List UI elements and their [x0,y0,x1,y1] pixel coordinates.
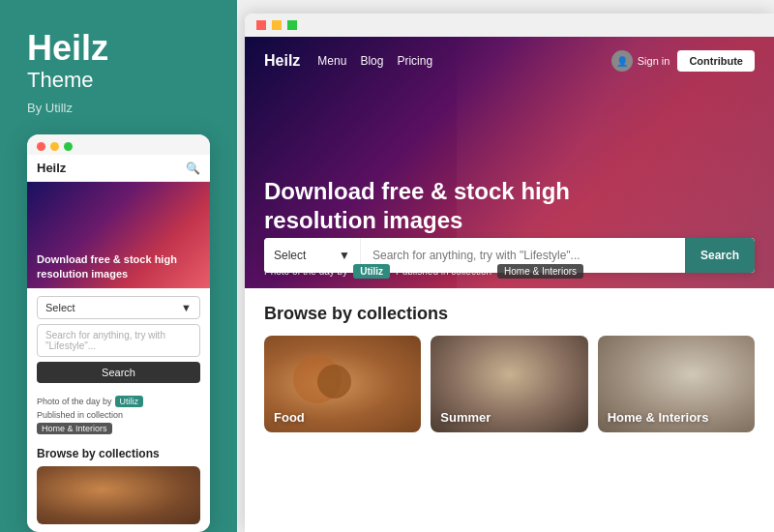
nav-logo: Heilz [264,52,300,70]
mobile-nav-logo: Heilz [37,161,66,175]
mobile-photo-tags: Photo of the day by Utiliz Published in … [27,391,210,439]
collection-card-food[interactable]: Food [264,336,421,432]
signin-label: Sign in [638,55,670,67]
window-dots [27,134,210,155]
mobile-hero: Download free & stock high resolution im… [27,182,210,288]
site-nav: Heilz Menu Blog Pricing 👤 Sign in Contri… [245,37,774,85]
nav-link-blog[interactable]: Blog [360,54,383,68]
mobile-tags-prefix: Photo of the day by [37,397,112,406]
by-line: By Utillz [27,101,210,115]
collection-card-label-home: Home & Interiors [608,410,709,425]
hero-section: Heilz Menu Blog Pricing 👤 Sign in Contri… [245,37,774,288]
mobile-search-button[interactable]: Search [37,362,200,383]
dot-red [37,142,45,151]
mobile-collection-badge: Home & Interiors [37,423,112,434]
nav-links: Menu Blog Pricing [317,54,610,68]
collection-card-summer[interactable]: Summer [431,336,587,432]
mobile-collections-title: Browse by collections [37,447,200,460]
hero-content: Download free & stock high resolution im… [264,177,593,235]
photo-tags-prefix: Photo of the day by [264,266,347,277]
mobile-hero-overlay: Download free & stock high resolution im… [27,245,210,288]
hero-title: Download free & stock high resolution im… [264,177,593,235]
collections-title: Browse by collections [264,304,755,324]
collection-card-label-food: Food [274,410,305,425]
left-panel: Heilz Theme By Utillz Heilz 🔍 Download f… [0,0,237,532]
browser-dot-yellow [272,20,282,30]
nav-right: 👤 Sign in Contribute [611,50,755,72]
mobile-collection-image [37,466,200,524]
hero-search-button[interactable]: Search [685,238,755,273]
dot-green [64,142,73,151]
collection-badge: Home & Interiors [497,264,583,279]
browser-topbar [245,14,774,37]
nav-signin[interactable]: 👤 Sign in [611,50,670,72]
collection-card-home[interactable]: Home & Interiors [598,336,755,432]
mobile-author-badge: Utiliz [115,396,144,407]
avatar: 👤 [611,50,633,72]
mobile-search-area: Select ▼ Search for anything, try with "… [27,288,210,391]
nav-link-pricing[interactable]: Pricing [397,54,432,68]
right-panel: Heilz Menu Blog Pricing 👤 Sign in Contri… [237,0,774,532]
brand-title: Heilz [27,31,210,66]
browser-window: Heilz Menu Blog Pricing 👤 Sign in Contri… [245,14,774,532]
search-icon[interactable]: 🔍 [186,162,200,175]
photo-label1: Published in collection [396,266,491,277]
chevron-down-icon: ▼ [181,302,192,313]
mobile-collections: Browse by collections [27,439,210,528]
collection-card-label-summer: Summer [440,410,491,425]
dot-yellow [50,142,59,151]
browser-dot-red [256,20,266,30]
nav-link-menu[interactable]: Menu [317,54,346,68]
brand-subtitle: Theme [27,68,210,93]
mobile-select[interactable]: Select ▼ [37,296,200,319]
mobile-search-input[interactable]: Search for anything, try with "Lifestyle… [37,324,200,357]
mobile-select-label: Select [45,302,75,313]
photo-tags: Photo of the day by Utiliz Published in … [264,260,583,282]
collections-section: Browse by collections Food Summer Home &… [245,288,774,532]
browser-dot-green [287,20,297,30]
mobile-nav: Heilz 🔍 [27,155,210,182]
mobile-preview: Heilz 🔍 Download free & stock high resol… [27,134,210,532]
mobile-tags-label1: Published in collection [37,410,123,420]
contribute-button[interactable]: Contribute [677,50,755,72]
mobile-hero-title: Download free & stock high resolution im… [37,252,200,281]
author-badge: Utiliz [353,264,390,279]
mobile-collection-image-inner [37,466,200,524]
collections-grid: Food Summer Home & Interiors [264,336,755,432]
